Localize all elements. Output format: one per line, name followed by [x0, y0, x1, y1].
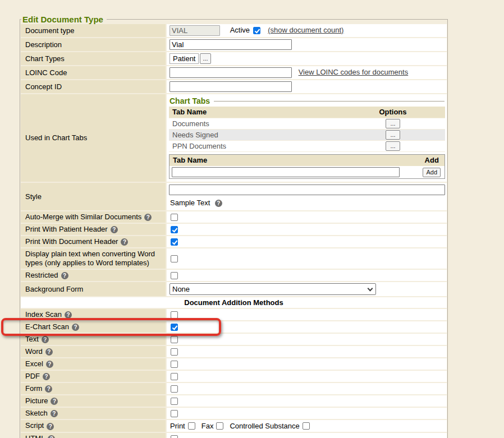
- new-tab-name-input[interactable]: [172, 167, 400, 177]
- help-icon[interactable]: ?: [45, 385, 52, 393]
- restricted-value: [167, 270, 447, 282]
- print-with-patient-header-checkbox[interactable]: [171, 226, 178, 233]
- label-text: PDF: [25, 372, 40, 380]
- help-icon[interactable]: ?: [51, 410, 58, 417]
- print-with-document-header-value: [167, 236, 447, 248]
- picture-label: Picture?: [21, 395, 167, 408]
- display-plain-text-checkbox[interactable]: [171, 255, 178, 262]
- auto-merge-value: [167, 211, 447, 224]
- style-input[interactable]: [169, 185, 445, 195]
- sketch-checkbox[interactable]: [171, 410, 178, 417]
- chart-tabs-table: Tab Name Options Documents...Needs Signe…: [169, 107, 445, 152]
- chart-tab-options-cell: ...: [341, 130, 445, 141]
- help-icon[interactable]: ?: [51, 398, 58, 405]
- word-checkbox[interactable]: [171, 348, 178, 356]
- row-script: Script?PrintFaxControlled Substance: [21, 420, 447, 433]
- document-type-value: Active (show document count): [167, 24, 447, 38]
- concept-id-input[interactable]: [169, 81, 292, 92]
- loinc-code-label: LOINC Code: [21, 66, 167, 80]
- row-word: Word?: [21, 346, 447, 358]
- restricted-checkbox[interactable]: [171, 272, 178, 279]
- pdf-label: PDF?: [21, 371, 167, 383]
- e-chart-scan-label: E-Chart Scan?: [21, 321, 167, 334]
- print-with-document-header-checkbox[interactable]: [171, 238, 178, 246]
- picture-checkbox[interactable]: [171, 398, 178, 405]
- html-value: [167, 433, 447, 438]
- script-value: PrintFaxControlled Substance: [167, 420, 447, 433]
- inline-label-print: Print: [170, 422, 185, 430]
- label-text: E-Chart Scan: [25, 322, 69, 331]
- row-restricted: Restricted?: [21, 270, 447, 282]
- help-icon[interactable]: ?: [48, 435, 55, 438]
- add-tab-button[interactable]: Add: [423, 168, 441, 177]
- row-html: HTML?: [21, 433, 447, 438]
- help-icon[interactable]: ?: [144, 214, 152, 221]
- add-column-header: Add: [419, 155, 445, 167]
- row-section-header: Document Addition Methods: [21, 297, 447, 309]
- help-icon[interactable]: ?: [215, 200, 222, 207]
- form-checkbox[interactable]: [171, 385, 178, 393]
- add-tab-table: Tab Name Add Add: [169, 154, 445, 179]
- e-chart-scan-checkbox[interactable]: [171, 324, 178, 331]
- form-legend: Edit Document Type: [21, 15, 107, 24]
- help-icon[interactable]: ?: [46, 361, 53, 368]
- background-form-select[interactable]: None: [169, 283, 376, 295]
- html-checkbox[interactable]: [171, 435, 178, 438]
- pdf-checkbox[interactable]: [171, 373, 178, 380]
- style-label: Style: [21, 183, 167, 211]
- document-type-input[interactable]: [169, 25, 220, 36]
- sample-text-label: Sample Text: [170, 199, 210, 207]
- script-print-checkbox[interactable]: [188, 422, 195, 430]
- label-text: Print With Patient Header: [25, 225, 108, 233]
- loinc-code-input[interactable]: [169, 67, 292, 78]
- help-icon[interactable]: ?: [65, 311, 72, 319]
- show-document-count-link[interactable]: (show document count): [268, 26, 343, 34]
- add-tab-name-header: Tab Name: [169, 155, 419, 167]
- description-input[interactable]: [169, 39, 292, 50]
- e-chart-scan-value: [167, 321, 447, 334]
- view-loinc-codes-link[interactable]: View LOINC codes for documents: [299, 68, 409, 76]
- options-column-header: Options: [341, 107, 445, 118]
- chart-tab-row-ppn-documents: PPN Documents...: [169, 141, 445, 152]
- help-icon[interactable]: ?: [47, 423, 54, 430]
- index-scan-label: Index Scan?: [21, 309, 167, 321]
- row-picture: Picture?: [21, 395, 447, 408]
- auto-merge-checkbox[interactable]: [171, 214, 178, 221]
- chart-tab-name: PPN Documents: [169, 141, 341, 152]
- row-sketch: Sketch?: [21, 408, 447, 420]
- tab-options-button[interactable]: ...: [386, 130, 400, 140]
- chart-types-browse-button[interactable]: ...: [200, 53, 210, 64]
- chart-tab-options-cell: ...: [341, 118, 445, 130]
- picture-value: [167, 395, 447, 408]
- help-icon[interactable]: ?: [61, 272, 68, 279]
- help-icon[interactable]: ?: [42, 336, 49, 343]
- print-with-patient-header-value: [167, 224, 447, 236]
- help-icon[interactable]: ?: [121, 238, 128, 246]
- word-value: [167, 346, 447, 358]
- active-checkbox[interactable]: [253, 27, 260, 34]
- help-icon[interactable]: ?: [72, 324, 79, 331]
- help-icon[interactable]: ?: [111, 226, 118, 233]
- concept-id-value: [167, 80, 447, 94]
- chart-tabs-header-row: Tab Name Options: [169, 107, 445, 118]
- add-tab-header-row: Tab Name Add: [169, 155, 445, 167]
- tab-options-button[interactable]: ...: [386, 119, 400, 128]
- row-used-in-chart-tabs: Used in Chart Tabs Chart Tabs Tab Name O…: [21, 94, 447, 183]
- index-scan-checkbox[interactable]: [171, 311, 178, 319]
- form-table: Document type Active (show document coun…: [21, 24, 447, 438]
- excel-checkbox[interactable]: [171, 361, 178, 368]
- script-fax-checkbox[interactable]: [216, 422, 223, 430]
- restricted-label: Restricted?: [21, 270, 167, 282]
- tab-options-button[interactable]: ...: [386, 141, 400, 151]
- script-controlled-substance-checkbox[interactable]: [303, 422, 310, 430]
- html-label: HTML?: [21, 433, 167, 438]
- help-icon[interactable]: ?: [45, 348, 53, 356]
- chart-types-value: Patient...: [167, 52, 447, 66]
- row-e-chart-scan: E-Chart Scan?: [21, 321, 447, 334]
- sketch-value: [167, 408, 447, 420]
- display-plain-text-value: [167, 248, 447, 270]
- chart-tab-row-documents: Documents...: [169, 118, 445, 130]
- text-checkbox[interactable]: [171, 336, 178, 343]
- help-icon[interactable]: ?: [43, 373, 50, 380]
- row-document-type: Document type Active (show document coun…: [21, 24, 447, 38]
